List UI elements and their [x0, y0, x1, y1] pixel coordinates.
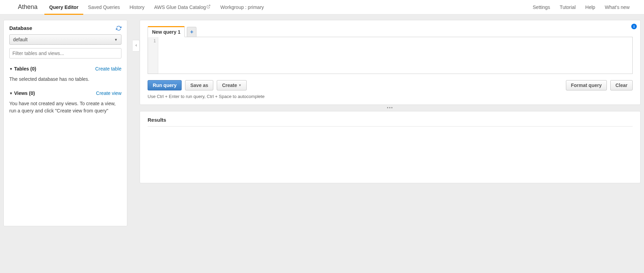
- tables-section-header: ▼ Tables (0) Create table: [9, 66, 121, 72]
- add-tab-button[interactable]: +: [187, 27, 196, 37]
- editor-textarea[interactable]: [158, 37, 632, 74]
- nav-history[interactable]: History: [125, 0, 149, 14]
- sidebar-panel: Database default ▼ ▼ Tables (0) Create t…: [3, 20, 127, 226]
- create-dropdown-button[interactable]: Create▼: [217, 80, 247, 90]
- chevron-left-icon: [135, 43, 138, 49]
- nav-label: Saved Queries: [88, 4, 120, 10]
- sidebar-header: Database: [9, 25, 121, 31]
- content-column: i New query 1 + 1 Run query Save as Crea…: [133, 20, 641, 183]
- query-tab-1[interactable]: New query 1: [148, 26, 185, 37]
- nav-label: Workgroup : primary: [220, 4, 264, 10]
- query-tabs: New query 1 +: [148, 26, 633, 37]
- results-heading: Results: [148, 117, 633, 127]
- nav-label: AWS Glue Data Catalog: [154, 4, 206, 10]
- views-section-header: ▼ Views (0) Create view: [9, 90, 121, 96]
- caret-down-icon: ▼: [9, 91, 13, 95]
- nav-label: What's new: [605, 4, 630, 10]
- button-label: Clear: [615, 83, 627, 88]
- nav-label: Help: [585, 4, 595, 10]
- main-area: Database default ▼ ▼ Tables (0) Create t…: [0, 14, 644, 273]
- nav-right-group: Settings Tutorial Help What's new: [528, 0, 634, 14]
- nav-label: Query Editor: [49, 4, 78, 10]
- format-query-button[interactable]: Format query: [566, 80, 607, 90]
- svg-line-0: [208, 5, 210, 7]
- button-label: Save as: [190, 83, 208, 88]
- views-toggle[interactable]: ▼ Views (0): [9, 90, 35, 96]
- sidebar-heading: Database: [9, 25, 32, 31]
- nav-tutorial[interactable]: Tutorial: [555, 0, 580, 14]
- chevron-down-icon: ▼: [238, 84, 242, 87]
- tables-toggle[interactable]: ▼ Tables (0): [9, 66, 36, 72]
- nav-settings[interactable]: Settings: [528, 0, 555, 14]
- sql-editor[interactable]: 1: [148, 37, 633, 74]
- nav-help[interactable]: Help: [580, 0, 600, 14]
- tables-empty-message: The selected database has no tables.: [9, 76, 121, 83]
- nav-glue-catalog[interactable]: AWS Glue Data Catalog: [149, 0, 215, 14]
- nav-workgroup[interactable]: Workgroup : primary: [215, 0, 269, 14]
- editor-gutter: 1: [148, 37, 158, 74]
- collapse-sidebar-button[interactable]: [133, 40, 140, 52]
- run-query-button[interactable]: Run query: [148, 80, 182, 90]
- button-label: Run query: [153, 83, 176, 88]
- filter-tables-input[interactable]: [9, 48, 121, 58]
- clear-button[interactable]: Clear: [610, 80, 633, 90]
- nav-whats-new[interactable]: What's new: [600, 0, 634, 14]
- editor-hint: Use Ctrl + Enter to run query, Ctrl + Sp…: [148, 94, 633, 99]
- nav-label: History: [129, 4, 144, 10]
- nav-label: Settings: [533, 4, 550, 10]
- external-link-icon: [206, 4, 211, 10]
- plus-icon: +: [190, 29, 193, 35]
- panel-splitter[interactable]: •••: [140, 105, 641, 111]
- info-icon[interactable]: i: [631, 24, 637, 29]
- database-selected-value: default: [13, 37, 28, 42]
- button-label: Format query: [571, 83, 602, 88]
- editor-panel: i New query 1 + 1 Run query Save as Crea…: [140, 20, 641, 105]
- views-empty-message: You have not created any views. To creat…: [9, 100, 121, 114]
- tables-label: Tables (0): [14, 66, 36, 72]
- chevron-down-icon: ▼: [114, 38, 118, 42]
- line-number: 1: [153, 39, 156, 43]
- nav-label: Tutorial: [560, 4, 576, 10]
- database-select[interactable]: default ▼: [9, 34, 121, 45]
- refresh-icon[interactable]: [116, 25, 121, 31]
- tab-label: New query 1: [152, 29, 180, 35]
- caret-down-icon: ▼: [9, 67, 13, 71]
- save-as-button[interactable]: Save as: [185, 80, 213, 90]
- editor-buttons: Run query Save as Create▼ Format query C…: [148, 80, 633, 90]
- create-table-link[interactable]: Create table: [95, 66, 121, 72]
- top-nav: Athena Query Editor Saved Queries Histor…: [0, 0, 644, 14]
- brand-label: Athena: [10, 3, 44, 11]
- create-view-link[interactable]: Create view: [96, 90, 121, 96]
- results-panel: Results: [140, 111, 641, 183]
- nav-saved-queries[interactable]: Saved Queries: [83, 0, 125, 14]
- nav-query-editor[interactable]: Query Editor: [44, 0, 83, 14]
- views-label: Views (0): [14, 90, 35, 96]
- button-label: Create: [222, 83, 237, 88]
